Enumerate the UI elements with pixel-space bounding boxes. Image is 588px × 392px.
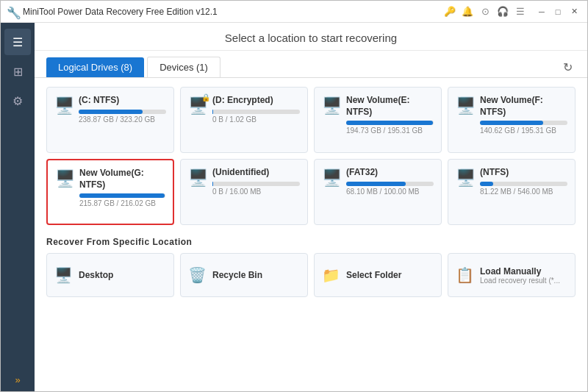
- tab-bar: Logical Drives (8) Devices (1) ↻: [35, 51, 587, 78]
- drive-info: (NTFS) 81.22 MB / 546.00 MB: [480, 167, 567, 196]
- expand-button[interactable]: »: [9, 374, 26, 385]
- titlebar-icons: 🔑 🔔 ⊙ 🎧 ☰: [443, 5, 527, 18]
- drive-card-1[interactable]: 🖥️ 🔒 (D: Encrypted) 0 B / 1.02 GB: [180, 87, 308, 153]
- specific-card-load-manually[interactable]: 📋 Load Manually Load recovery result (*.…: [448, 253, 576, 297]
- circle-icon[interactable]: ⊙: [478, 5, 492, 18]
- drive-card-top: 🖥️ New Volume(E: NTFS) 194.73 GB / 195.3…: [322, 95, 434, 135]
- maximize-button[interactable]: □: [551, 4, 565, 19]
- drive-bar-fill: [212, 182, 213, 186]
- drive-size: 0 B / 1.02 GB: [212, 115, 300, 124]
- specific-title: Recover From Specific Location: [46, 237, 576, 247]
- specific-item-label: Recycle Bin: [212, 270, 262, 280]
- drive-name: (D: Encrypted): [212, 95, 300, 107]
- drive-card-top: 🖥️ New Volume(F: NTFS) 140.62 GB / 195.3…: [456, 95, 567, 135]
- drive-card-7[interactable]: 🖥️ (NTFS) 81.22 MB / 546.00 MB: [448, 159, 576, 225]
- drive-bar-fill: [212, 110, 213, 114]
- specific-card-select-folder[interactable]: 📁 Select Folder: [314, 253, 442, 297]
- load-icon: 📋: [456, 266, 474, 284]
- specific-card-desktop[interactable]: 🖥️ Desktop: [46, 253, 174, 297]
- drives-section: 🖥️ (C: NTFS) 238.87 GB / 323.20 GB 🖥️ 🔒 …: [35, 78, 587, 231]
- drive-name: New Volume(G: NTFS): [79, 168, 165, 190]
- drive-card-2[interactable]: 🖥️ New Volume(E: NTFS) 194.73 GB / 195.3…: [314, 87, 442, 153]
- specific-item-text: Load Manually Load recovery result (*...: [480, 266, 560, 285]
- drive-card-top: 🖥️ 🔒 (D: Encrypted) 0 B / 1.02 GB: [188, 95, 300, 124]
- refresh-icon[interactable]: ↻: [560, 57, 576, 77]
- sidebar-item-settings[interactable]: ⚙: [4, 88, 31, 114]
- drive-size: 194.73 GB / 195.31 GB: [346, 126, 434, 135]
- drive-size: 68.10 MB / 100.00 MB: [346, 188, 434, 196]
- minimize-button[interactable]: ─: [534, 4, 549, 19]
- menu-icon[interactable]: ☰: [514, 5, 527, 18]
- bell-icon[interactable]: 🔔: [461, 5, 474, 18]
- drive-card-4[interactable]: 🖥️ New Volume(G: NTFS) 215.87 GB / 216.0…: [46, 159, 174, 225]
- specific-item-sub: Load recovery result (*...: [480, 277, 560, 285]
- drive-card-5[interactable]: 🖥️ (Unidentified) 0 B / 16.00 MB: [180, 159, 308, 225]
- drive-name: (Unidentified): [212, 167, 300, 179]
- sidebar: ☰ ⊞ ⚙ »: [1, 23, 35, 391]
- drive-usage-bar: [346, 182, 434, 186]
- drive-bar-fill: [79, 193, 165, 198]
- tab-devices[interactable]: Devices (1): [147, 57, 220, 77]
- app-icon: 🔧: [7, 6, 18, 18]
- specific-item-label: Load Manually: [480, 266, 560, 277]
- drive-usage-bar: [79, 193, 165, 198]
- drive-info: New Volume(E: NTFS) 194.73 GB / 195.31 G…: [346, 95, 434, 135]
- page-subtitle: Select a location to start recovering: [35, 23, 587, 51]
- specific-item-label: Desktop: [79, 270, 113, 280]
- drive-hdd-icon: 🖥️: [456, 96, 476, 115]
- drive-info: (Unidentified) 0 B / 16.00 MB: [212, 167, 300, 196]
- sidebar-bottom: »: [9, 374, 26, 391]
- drive-card-top: 🖥️ (FAT32) 68.10 MB / 100.00 MB: [322, 167, 434, 196]
- titlebar: 🔧 MiniTool Power Data Recovery Free Edit…: [1, 1, 587, 23]
- specific-item-text: Desktop: [79, 270, 113, 280]
- folder-icon: 📁: [322, 266, 340, 284]
- drive-size: 0 B / 16.00 MB: [212, 188, 300, 196]
- drive-name: New Volume(F: NTFS): [480, 95, 567, 118]
- sidebar-item-menu[interactable]: ☰: [4, 29, 31, 55]
- drive-size: 238.87 GB / 323.20 GB: [79, 115, 166, 124]
- drive-size: 81.22 MB / 546.00 MB: [480, 188, 567, 196]
- drive-name: (C: NTFS): [79, 95, 166, 107]
- drive-name: (NTFS): [480, 167, 567, 179]
- drive-card-top: 🖥️ (C: NTFS) 238.87 GB / 323.20 GB: [54, 95, 166, 124]
- drive-usage-bar: [212, 182, 300, 186]
- drive-info: New Volume(G: NTFS) 215.87 GB / 216.02 G…: [79, 168, 165, 207]
- drive-size: 215.87 GB / 216.02 GB: [79, 199, 165, 207]
- specific-item-label: Select Folder: [346, 270, 401, 280]
- tab-logical-drives[interactable]: Logical Drives (8): [46, 57, 144, 77]
- drive-name: New Volume(E: NTFS): [346, 95, 434, 118]
- drive-card-top: 🖥️ (NTFS) 81.22 MB / 546.00 MB: [456, 167, 567, 196]
- grid-icon: ⊞: [13, 65, 23, 79]
- desktop-icon: 🖥️: [54, 266, 73, 284]
- specific-card-recycle-bin[interactable]: 🗑️ Recycle Bin: [180, 253, 308, 297]
- key-icon[interactable]: 🔑: [443, 5, 456, 18]
- drive-card-6[interactable]: 🖥️ (FAT32) 68.10 MB / 100.00 MB: [314, 159, 442, 225]
- app-window: 🔧 MiniTool Power Data Recovery Free Edit…: [0, 0, 588, 392]
- drive-usage-bar: [212, 110, 300, 114]
- specific-grid: 🖥️ Desktop 🗑️ Recycle Bin 📁 Select Folde…: [46, 253, 576, 297]
- gear-icon: ⚙: [12, 94, 23, 108]
- drive-hdd-icon: 🖥️: [54, 96, 74, 115]
- drive-info: (D: Encrypted) 0 B / 1.02 GB: [212, 95, 300, 124]
- drive-info: New Volume(F: NTFS) 140.62 GB / 195.31 G…: [480, 95, 567, 135]
- lock-icon: 🔒: [201, 93, 210, 101]
- drive-name: (FAT32): [346, 167, 434, 179]
- drive-bar-fill: [480, 121, 543, 125]
- sidebar-item-grid[interactable]: ⊞: [4, 58, 31, 85]
- close-button[interactable]: ✕: [567, 4, 581, 19]
- drive-bar-fill: [480, 182, 493, 186]
- drive-card-0[interactable]: 🖥️ (C: NTFS) 238.87 GB / 323.20 GB: [46, 87, 174, 153]
- main-layout: ☰ ⊞ ⚙ » Select a location to start recov…: [1, 23, 587, 391]
- drive-card-top: 🖥️ New Volume(G: NTFS) 215.87 GB / 216.0…: [55, 168, 165, 207]
- headphones-icon[interactable]: 🎧: [496, 5, 509, 18]
- drive-hdd-icon: 🖥️: [322, 168, 342, 188]
- drive-bar-fill: [79, 110, 143, 114]
- drive-usage-bar: [480, 121, 567, 125]
- drive-bar-fill: [346, 182, 406, 186]
- drive-info: (FAT32) 68.10 MB / 100.00 MB: [346, 167, 434, 196]
- drive-size: 140.62 GB / 195.31 GB: [480, 126, 567, 135]
- drive-usage-bar: [346, 121, 434, 125]
- drives-grid: 🖥️ (C: NTFS) 238.87 GB / 323.20 GB 🖥️ 🔒 …: [46, 87, 576, 225]
- drive-usage-bar: [79, 110, 166, 114]
- drive-card-3[interactable]: 🖥️ New Volume(F: NTFS) 140.62 GB / 195.3…: [448, 87, 576, 153]
